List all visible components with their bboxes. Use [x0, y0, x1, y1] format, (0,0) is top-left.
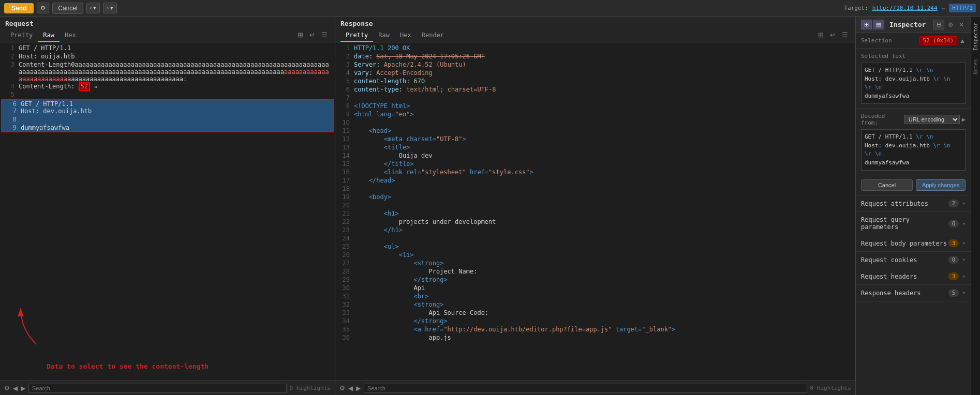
send-button[interactable]: Send — [4, 3, 34, 13]
resp-line-25: 25 <ul> — [335, 243, 855, 251]
content-length-value: 52 — [79, 82, 90, 91]
view-btn-cols[interactable]: ▤ — [873, 20, 884, 29]
selected-text-box: GET / HTTP/1.1 \r \n Host: dev.ouija.htb… — [861, 63, 966, 104]
request-search-next[interactable]: ▶ — [21, 385, 25, 392]
response-search-input[interactable] — [364, 384, 807, 393]
resp-line-26: 26 <li> — [335, 251, 855, 260]
response-search-prev[interactable]: ◀ — [348, 385, 353, 392]
resp-line-32: 32 <strong> — [335, 301, 855, 309]
inspector-apply-btn[interactable]: Apply changes — [916, 179, 966, 191]
cancel-button[interactable]: Cancel — [52, 3, 83, 14]
resp-line-10: 10 — [335, 119, 855, 127]
tab-pretty-request[interactable]: Pretty — [5, 29, 38, 42]
decoded-select[interactable]: URL encoding HTML encoding Base64 — [904, 115, 960, 124]
view-btn-grid[interactable]: ⊞ — [861, 20, 872, 29]
resp-line-17: 17 </head> — [335, 177, 855, 185]
nav-right-button[interactable]: › ▾ — [103, 3, 117, 13]
nav-left-button[interactable]: ‹ ▾ — [86, 3, 100, 13]
selection-row: Selection 52 (0x34) ▲ — [856, 33, 971, 49]
resp-line-30: 30 Api — [335, 284, 855, 293]
request-wrap-btn[interactable]: ⊞ — [295, 30, 305, 40]
inspector-settings-btn[interactable]: ⚙ — [946, 20, 955, 29]
request-settings-icon[interactable]: ⚙ — [4, 385, 10, 392]
request-line-5: 5 — [0, 91, 335, 99]
selection-badge: 52 (0x34) — [919, 36, 958, 45]
tab-render-response[interactable]: Render — [417, 29, 449, 42]
resp-line-9: 9<html lang="en"> — [335, 111, 855, 119]
resp-line-18: 18 — [335, 185, 855, 193]
accordion-label-request-cookies: Request cookies — [861, 256, 948, 264]
tab-raw-response[interactable]: Raw — [373, 29, 395, 42]
target-label: Target: — [844, 5, 868, 11]
accordion-label-request-headers: Request headers — [861, 273, 948, 280]
settings-button[interactable]: ⚙ — [37, 3, 49, 13]
accordion-chevron-request-body-params: ▾ — [962, 240, 966, 247]
inspector-title: Inspector — [889, 21, 931, 28]
request-search-input[interactable] — [28, 384, 287, 393]
accordion-badge-request-body-params: 3 — [948, 239, 959, 247]
tab-raw-request[interactable]: Raw — [38, 29, 60, 42]
request-tab-row: Pretty Raw Hex ⊞ ↵ ☰ — [5, 29, 330, 42]
accordion-label-response-headers: Response headers — [861, 290, 948, 297]
tab-hex-response[interactable]: Hex — [395, 29, 417, 42]
inspector-body: Selection 52 (0x34) ▲ Selected text GET … — [856, 33, 971, 395]
tab-pretty-response[interactable]: Pretty — [340, 29, 373, 42]
request-newline-btn[interactable]: ↵ — [307, 30, 317, 40]
response-newline-btn[interactable]: ↵ — [828, 30, 838, 40]
request-search-prev[interactable]: ◀ — [13, 385, 18, 392]
request-line-6: 6 GET / HTTP/1.1 — [1, 99, 334, 108]
inspector-side-tabs: Inspector Notes — [971, 17, 980, 395]
inspector-header: ⊞ ▤ Inspector ⊟ ⚙ ✕ — [856, 17, 971, 33]
selected-text-section: Selected text GET / HTTP/1.1 \r \n Host:… — [856, 49, 971, 109]
request-highlights: 0 highlights — [290, 385, 331, 391]
accordion-header-request-headers[interactable]: Request headers 3 ▾ — [856, 268, 971, 284]
annotation-text: Data to select to see the content-length — [47, 362, 209, 370]
response-highlights: 0 highlights — [810, 385, 851, 391]
response-menu-btn[interactable]: ☰ — [840, 30, 850, 40]
accordion-badge-request-query-params: 0 — [948, 220, 959, 227]
resp-line-33: 33 Api Source Code: — [335, 309, 855, 317]
request-panel-header: Request Pretty Raw Hex ⊞ ↵ ☰ — [0, 17, 335, 42]
accordion-header-request-attributes[interactable]: Request attributes 2 ▾ — [856, 195, 971, 211]
response-search-next[interactable]: ▶ — [356, 385, 361, 392]
request-line-9: 9 dummyafsawfwa — [1, 124, 334, 132]
response-wrap-btn[interactable]: ⊞ — [816, 30, 826, 40]
resp-line-21: 21 <h1> — [335, 210, 855, 218]
request-line-7: 7 Host: dev.ouija.htb — [1, 108, 334, 116]
request-code-area[interactable]: 1 GET / HTTP/1.1 2 Host: ouija.htb 3 Con… — [0, 42, 335, 381]
accordion-badge-request-attributes: 2 — [948, 200, 959, 207]
inspector-layout: ⊞ ▤ Inspector ⊟ ⚙ ✕ Selection 52 (0x34) — [856, 17, 980, 395]
inspector-close-btn[interactable]: ✕ — [957, 20, 966, 29]
request-menu-btn[interactable]: ☰ — [319, 30, 330, 40]
resp-line-28: 28 Project Name: — [335, 268, 855, 276]
tab-hex-request[interactable]: Hex — [60, 29, 81, 42]
accordion-header-request-body-params[interactable]: Request body parameters 3 ▾ — [856, 235, 971, 251]
accordion-label-request-attributes: Request attributes — [861, 200, 948, 207]
inspector-layout-btn[interactable]: ⊟ — [933, 20, 944, 29]
selection-chevron-up[interactable]: ▲ — [959, 37, 966, 44]
resp-line-24: 24 — [335, 235, 855, 243]
inspector-cancel-btn[interactable]: Cancel — [861, 179, 913, 191]
accordion-header-request-cookies[interactable]: Request cookies 0 ▾ — [856, 252, 971, 268]
accordion-header-response-headers[interactable]: Response headers 5 ▾ — [856, 285, 971, 301]
edit-icon[interactable]: ✏ — [942, 5, 945, 11]
request-search-bar: ⚙ ◀ ▶ 0 highlights — [0, 381, 335, 395]
accordion-request-body-params: Request body parameters 3 ▾ — [856, 235, 971, 252]
inspector-view-btns: ⊞ ▤ — [861, 20, 884, 29]
selection-label: Selection — [861, 37, 917, 44]
side-tab-notes[interactable]: Notes — [972, 57, 979, 77]
request-line-8: 8 — [1, 116, 334, 124]
response-tab-row: Pretty Raw Hex Render ⊞ ↵ ☰ — [340, 29, 850, 42]
decoded-expand-btn[interactable]: ▶ — [962, 116, 966, 123]
resp-line-23: 23 </h1> — [335, 226, 855, 235]
request-panel: Request Pretty Raw Hex ⊞ ↵ ☰ 1 GET / HTT… — [0, 17, 335, 395]
accordion-header-request-query-params[interactable]: Request query parameters 0 ▾ — [856, 212, 971, 235]
resp-line-22: 22 projects under development — [335, 218, 855, 226]
decoded-text-box: GET / HTTP/1.1 \r \n Host: dev.ouija.htb… — [861, 129, 966, 171]
decoded-section: Decoded from: URL encoding HTML encoding… — [856, 109, 971, 175]
resp-line-14: 14 Ouija dev — [335, 152, 855, 160]
side-tab-inspector[interactable]: Inspector — [972, 21, 979, 53]
target-url[interactable]: http://10.10.11.244 — [872, 5, 938, 11]
response-settings-icon[interactable]: ⚙ — [339, 385, 345, 392]
resp-line-4: 4vary: Accept-Encoding — [335, 69, 855, 78]
